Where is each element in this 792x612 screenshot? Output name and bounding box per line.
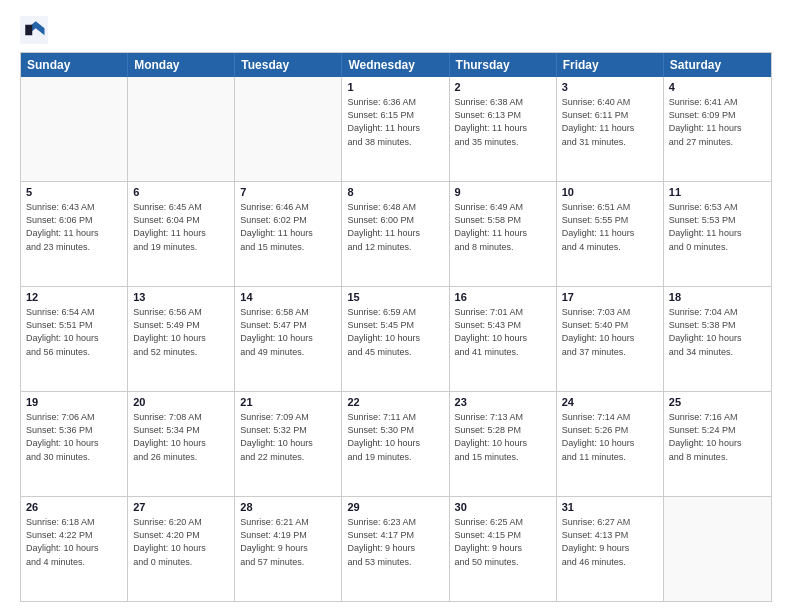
day-info: Sunrise: 6:54 AM Sunset: 5:51 PM Dayligh… [26,306,122,358]
day-number: 11 [669,185,766,200]
day-cell: 3Sunrise: 6:40 AM Sunset: 6:11 PM Daylig… [557,77,664,181]
calendar: SundayMondayTuesdayWednesdayThursdayFrid… [20,52,772,602]
week-row-2: 5Sunrise: 6:43 AM Sunset: 6:06 PM Daylig… [21,182,771,287]
day-info: Sunrise: 6:40 AM Sunset: 6:11 PM Dayligh… [562,96,658,148]
day-number: 24 [562,395,658,410]
day-cell: 8Sunrise: 6:48 AM Sunset: 6:00 PM Daylig… [342,182,449,286]
day-info: Sunrise: 7:16 AM Sunset: 5:24 PM Dayligh… [669,411,766,463]
day-cell: 10Sunrise: 6:51 AM Sunset: 5:55 PM Dayli… [557,182,664,286]
day-info: Sunrise: 6:25 AM Sunset: 4:15 PM Dayligh… [455,516,551,568]
day-cell: 5Sunrise: 6:43 AM Sunset: 6:06 PM Daylig… [21,182,128,286]
day-header-thursday: Thursday [450,53,557,77]
day-number: 19 [26,395,122,410]
calendar-page: SundayMondayTuesdayWednesdayThursdayFrid… [0,0,792,612]
day-number: 29 [347,500,443,515]
day-cell: 2Sunrise: 6:38 AM Sunset: 6:13 PM Daylig… [450,77,557,181]
day-number: 25 [669,395,766,410]
day-cell [664,497,771,601]
day-info: Sunrise: 6:21 AM Sunset: 4:19 PM Dayligh… [240,516,336,568]
day-number: 15 [347,290,443,305]
day-cell: 14Sunrise: 6:58 AM Sunset: 5:47 PM Dayli… [235,287,342,391]
day-cell: 19Sunrise: 7:06 AM Sunset: 5:36 PM Dayli… [21,392,128,496]
day-cell: 6Sunrise: 6:45 AM Sunset: 6:04 PM Daylig… [128,182,235,286]
day-cell: 31Sunrise: 6:27 AM Sunset: 4:13 PM Dayli… [557,497,664,601]
day-number: 28 [240,500,336,515]
day-cell: 20Sunrise: 7:08 AM Sunset: 5:34 PM Dayli… [128,392,235,496]
day-number: 12 [26,290,122,305]
day-number: 13 [133,290,229,305]
day-number: 6 [133,185,229,200]
day-number: 7 [240,185,336,200]
day-info: Sunrise: 6:45 AM Sunset: 6:04 PM Dayligh… [133,201,229,253]
week-row-1: 1Sunrise: 6:36 AM Sunset: 6:15 PM Daylig… [21,77,771,182]
day-cell: 21Sunrise: 7:09 AM Sunset: 5:32 PM Dayli… [235,392,342,496]
day-cell: 22Sunrise: 7:11 AM Sunset: 5:30 PM Dayli… [342,392,449,496]
day-number: 2 [455,80,551,95]
day-cell: 30Sunrise: 6:25 AM Sunset: 4:15 PM Dayli… [450,497,557,601]
day-info: Sunrise: 6:18 AM Sunset: 4:22 PM Dayligh… [26,516,122,568]
day-number: 26 [26,500,122,515]
day-info: Sunrise: 6:48 AM Sunset: 6:00 PM Dayligh… [347,201,443,253]
day-number: 31 [562,500,658,515]
day-cell: 27Sunrise: 6:20 AM Sunset: 4:20 PM Dayli… [128,497,235,601]
day-header-wednesday: Wednesday [342,53,449,77]
day-header-sunday: Sunday [21,53,128,77]
day-cell: 15Sunrise: 6:59 AM Sunset: 5:45 PM Dayli… [342,287,449,391]
day-info: Sunrise: 6:46 AM Sunset: 6:02 PM Dayligh… [240,201,336,253]
day-info: Sunrise: 7:13 AM Sunset: 5:28 PM Dayligh… [455,411,551,463]
day-info: Sunrise: 6:36 AM Sunset: 6:15 PM Dayligh… [347,96,443,148]
day-cell: 13Sunrise: 6:56 AM Sunset: 5:49 PM Dayli… [128,287,235,391]
day-number: 21 [240,395,336,410]
day-cell: 17Sunrise: 7:03 AM Sunset: 5:40 PM Dayli… [557,287,664,391]
day-info: Sunrise: 6:23 AM Sunset: 4:17 PM Dayligh… [347,516,443,568]
day-cell: 18Sunrise: 7:04 AM Sunset: 5:38 PM Dayli… [664,287,771,391]
day-info: Sunrise: 6:49 AM Sunset: 5:58 PM Dayligh… [455,201,551,253]
day-cell: 29Sunrise: 6:23 AM Sunset: 4:17 PM Dayli… [342,497,449,601]
day-info: Sunrise: 7:08 AM Sunset: 5:34 PM Dayligh… [133,411,229,463]
day-headers: SundayMondayTuesdayWednesdayThursdayFrid… [21,53,771,77]
day-cell: 24Sunrise: 7:14 AM Sunset: 5:26 PM Dayli… [557,392,664,496]
day-cell: 1Sunrise: 6:36 AM Sunset: 6:15 PM Daylig… [342,77,449,181]
day-info: Sunrise: 6:58 AM Sunset: 5:47 PM Dayligh… [240,306,336,358]
day-number: 18 [669,290,766,305]
logo [20,16,52,44]
day-info: Sunrise: 7:09 AM Sunset: 5:32 PM Dayligh… [240,411,336,463]
day-cell [235,77,342,181]
day-info: Sunrise: 7:04 AM Sunset: 5:38 PM Dayligh… [669,306,766,358]
day-cell [21,77,128,181]
logo-icon [20,16,48,44]
weeks: 1Sunrise: 6:36 AM Sunset: 6:15 PM Daylig… [21,77,771,601]
header [20,16,772,44]
week-row-5: 26Sunrise: 6:18 AM Sunset: 4:22 PM Dayli… [21,497,771,601]
day-info: Sunrise: 6:38 AM Sunset: 6:13 PM Dayligh… [455,96,551,148]
day-info: Sunrise: 6:53 AM Sunset: 5:53 PM Dayligh… [669,201,766,253]
day-cell [128,77,235,181]
week-row-4: 19Sunrise: 7:06 AM Sunset: 5:36 PM Dayli… [21,392,771,497]
day-header-monday: Monday [128,53,235,77]
day-number: 23 [455,395,551,410]
day-header-tuesday: Tuesday [235,53,342,77]
day-number: 10 [562,185,658,200]
day-cell: 11Sunrise: 6:53 AM Sunset: 5:53 PM Dayli… [664,182,771,286]
day-number: 9 [455,185,551,200]
day-cell: 28Sunrise: 6:21 AM Sunset: 4:19 PM Dayli… [235,497,342,601]
day-cell: 26Sunrise: 6:18 AM Sunset: 4:22 PM Dayli… [21,497,128,601]
day-cell: 9Sunrise: 6:49 AM Sunset: 5:58 PM Daylig… [450,182,557,286]
day-number: 27 [133,500,229,515]
day-number: 3 [562,80,658,95]
day-number: 30 [455,500,551,515]
day-info: Sunrise: 6:41 AM Sunset: 6:09 PM Dayligh… [669,96,766,148]
day-cell: 23Sunrise: 7:13 AM Sunset: 5:28 PM Dayli… [450,392,557,496]
day-info: Sunrise: 7:14 AM Sunset: 5:26 PM Dayligh… [562,411,658,463]
day-number: 5 [26,185,122,200]
day-cell: 12Sunrise: 6:54 AM Sunset: 5:51 PM Dayli… [21,287,128,391]
day-cell: 16Sunrise: 7:01 AM Sunset: 5:43 PM Dayli… [450,287,557,391]
day-number: 16 [455,290,551,305]
svg-rect-2 [25,25,32,36]
week-row-3: 12Sunrise: 6:54 AM Sunset: 5:51 PM Dayli… [21,287,771,392]
day-header-saturday: Saturday [664,53,771,77]
day-info: Sunrise: 6:20 AM Sunset: 4:20 PM Dayligh… [133,516,229,568]
day-info: Sunrise: 6:59 AM Sunset: 5:45 PM Dayligh… [347,306,443,358]
day-number: 8 [347,185,443,200]
day-info: Sunrise: 7:11 AM Sunset: 5:30 PM Dayligh… [347,411,443,463]
